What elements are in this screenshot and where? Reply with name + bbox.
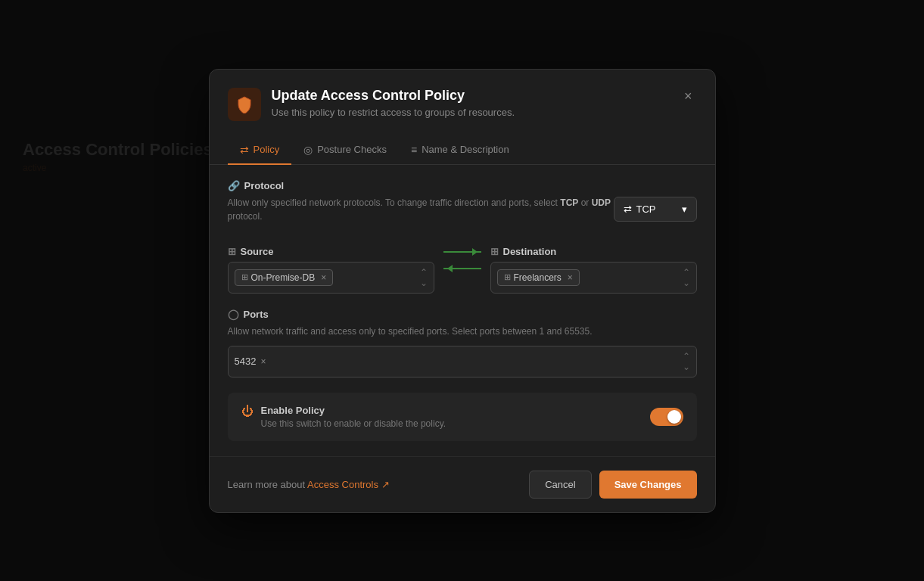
- protocol-section-icon: 🔗: [228, 180, 240, 191]
- destination-tag-remove[interactable]: ×: [565, 273, 573, 282]
- enable-policy-text: Enable Policy Use this switch to enable …: [261, 405, 446, 429]
- port-remove[interactable]: ×: [259, 356, 266, 367]
- ports-desc: Allow network traffic and access only to…: [228, 325, 697, 338]
- protocol-value: TCP: [636, 204, 656, 215]
- arrow-left: [443, 263, 481, 275]
- protocol-chevron-icon: ▾: [682, 204, 687, 215]
- toggle-track: [650, 408, 683, 426]
- tab-policy[interactable]: ⇄ Policy: [228, 136, 292, 165]
- power-icon: ⏻: [241, 405, 254, 418]
- ports-input[interactable]: 5432 × ⌃⌄: [228, 346, 697, 377]
- destination-tag-0: ⊞ Freelancers ×: [497, 269, 580, 286]
- source-input[interactable]: ⊞ On-Premise-DB × ⌃⌄: [228, 262, 434, 294]
- tab-posture-label: Posture Checks: [317, 144, 387, 155]
- modal-subtitle: Use this policy to restrict access to gr…: [272, 107, 515, 118]
- policy-tab-icon: ⇄: [240, 144, 249, 156]
- tab-name-label: Name & Description: [422, 144, 509, 155]
- access-controls-link[interactable]: Access Controls ↗: [307, 479, 390, 490]
- ports-label: ◯ Ports: [228, 309, 697, 320]
- toggle-thumb: [667, 410, 681, 424]
- modal-body: 🔗 Protocol Allow only specified network …: [210, 165, 715, 456]
- direction-arrows: [443, 246, 481, 278]
- enable-policy-box: ⏻ Enable Policy Use this switch to enabl…: [228, 393, 697, 441]
- protocol-section: 🔗 Protocol Allow only specified network …: [228, 180, 697, 231]
- source-tag-icon: ⊞: [241, 272, 248, 282]
- source-tag-0: ⊞ On-Premise-DB ×: [235, 269, 334, 286]
- modal-header-left: Update Access Control Policy Use this po…: [228, 88, 515, 121]
- modal-title-group: Update Access Control Policy Use this po…: [272, 88, 515, 118]
- tab-policy-label: Policy: [254, 144, 280, 155]
- tab-bar: ⇄ Policy ◎ Posture Checks ≡ Name & Descr…: [210, 136, 715, 165]
- ports-section: ◯ Ports Allow network traffic and access…: [228, 309, 697, 377]
- source-tag-remove[interactable]: ×: [318, 273, 326, 282]
- source-label: ⊞ Source: [228, 246, 434, 257]
- destination-tag-icon: ⊞: [504, 272, 511, 282]
- external-link-icon: ↗: [381, 479, 390, 490]
- tab-posture-checks[interactable]: ◎ Posture Checks: [291, 136, 399, 165]
- enable-policy-desc: Use this switch to enable or disable the…: [261, 418, 446, 429]
- protocol-dropdown[interactable]: ⇄ TCP ▾: [614, 197, 697, 222]
- destination-tag-label: Freelancers: [514, 272, 562, 283]
- destination-input[interactable]: ⊞ Freelancers × ⌃⌄: [490, 262, 697, 294]
- modal-title: Update Access Control Policy: [272, 88, 515, 104]
- ports-section-icon: ◯: [228, 309, 239, 320]
- protocol-icon: ⇄: [624, 204, 632, 215]
- source-tag-label: On-Premise-DB: [251, 272, 316, 283]
- enable-policy-title: Enable Policy: [261, 405, 446, 416]
- port-tag-0: 5432 ×: [235, 356, 266, 367]
- protocol-left: 🔗 Protocol Allow only specified network …: [228, 180, 614, 231]
- posture-tab-icon: ◎: [303, 144, 313, 156]
- enable-policy-toggle[interactable]: [650, 408, 683, 426]
- destination-section-icon: ⊞: [490, 246, 499, 257]
- destination-label: ⊞ Destination: [490, 246, 697, 257]
- destination-col: ⊞ Destination ⊞ Freelancers × ⌃⌄: [490, 246, 697, 294]
- modal-footer: Learn more about Access Controls ↗ Cance…: [210, 456, 715, 512]
- source-chevron-icon: ⌃⌄: [420, 267, 428, 288]
- source-col: ⊞ Source ⊞ On-Premise-DB × ⌃⌄: [228, 246, 434, 294]
- close-button[interactable]: ×: [680, 88, 697, 104]
- modal: Update Access Control Policy Use this po…: [209, 69, 716, 513]
- modal-header: Update Access Control Policy Use this po…: [210, 70, 715, 121]
- footer-actions: Cancel Save Changes: [529, 471, 696, 499]
- ports-chevron-icon: ⌃⌄: [683, 351, 690, 372]
- protocol-label: 🔗 Protocol: [228, 180, 614, 191]
- modal-icon: [228, 88, 261, 121]
- port-value: 5432: [235, 356, 257, 367]
- shield-icon: [235, 95, 254, 113]
- tab-name-description[interactable]: ≡ Name & Description: [399, 136, 521, 165]
- footer-learn: Learn more about Access Controls ↗: [228, 479, 390, 490]
- protocol-desc: Allow only specified network protocols. …: [228, 196, 614, 223]
- cancel-button[interactable]: Cancel: [529, 471, 591, 499]
- source-destination-row: ⊞ Source ⊞ On-Premise-DB × ⌃⌄: [228, 246, 697, 294]
- name-tab-icon: ≡: [411, 144, 417, 156]
- destination-chevron-icon: ⌃⌄: [683, 267, 690, 288]
- arrow-right: [443, 246, 481, 258]
- source-section-icon: ⊞: [228, 246, 236, 257]
- save-changes-button[interactable]: Save Changes: [599, 471, 697, 499]
- enable-policy-left: ⏻ Enable Policy Use this switch to enabl…: [241, 405, 446, 429]
